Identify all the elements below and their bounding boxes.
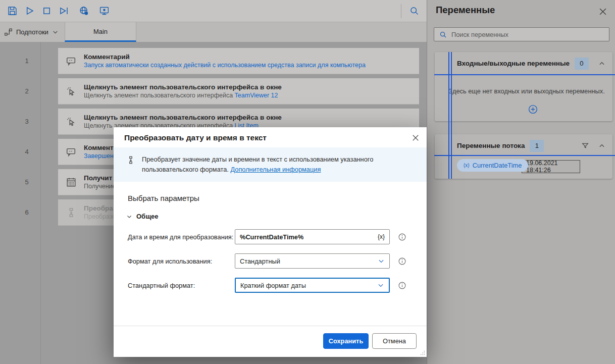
filter-icon[interactable] (581, 142, 589, 150)
format-value: Стандартный (240, 257, 280, 265)
search-button[interactable] (405, 3, 423, 20)
format-dropdown[interactable]: Стандартный (235, 253, 390, 269)
convert-datetime-dialog: Преобразовать дату и время в текст Преоб… (114, 127, 427, 357)
field-label: Дата и время для преобразования: (128, 233, 235, 241)
action-row-click-ui[interactable]: Щелкнуть элемент пользовательского интер… (58, 78, 419, 105)
row-number: 5 (18, 169, 35, 195)
row-number: 2 (18, 78, 35, 105)
resize-grip[interactable] (420, 350, 425, 355)
blue-guide-line (434, 155, 615, 156)
io-variables-empty-text: Здесь еще нет входных или выходных перем… (445, 87, 608, 95)
blue-guide-line (448, 52, 449, 179)
click-ui-element-icon (66, 116, 77, 127)
field-label: Формат для использования: (128, 257, 235, 265)
general-group-toggle[interactable]: Общее (126, 213, 159, 220)
action-row-comment[interactable]: Комментарий Запуск автоматически созданн… (58, 48, 419, 74)
action-subtitle-link[interactable]: Завершени (84, 152, 117, 160)
tab-main[interactable]: Main (65, 22, 136, 42)
io-variables-section: Входные/выходные переменные 0 Здесь еще … (435, 52, 612, 121)
toolbar (0, 0, 427, 22)
close-icon[interactable] (411, 133, 420, 142)
field-standard-format: Стандартный формат: Краткий формат даты (128, 278, 413, 293)
row-number: 3 (18, 109, 35, 135)
flow-variables-header[interactable]: Переменные потока 1 (435, 134, 612, 157)
gutter-divider (40, 42, 41, 364)
variables-panel: Переменные Входные/выходные переменные 0… (427, 0, 615, 364)
chevron-down-icon (377, 282, 384, 289)
variable-pill-currentdatetime[interactable]: (x) CurrentDateTime (457, 159, 528, 172)
blue-guide-line (434, 74, 615, 75)
search-icon (439, 31, 447, 38)
action-subtitle-link[interactable]: Запуск автоматически созданных действий … (84, 62, 366, 69)
action-title: Преобра (84, 204, 116, 212)
blue-guide-line (451, 52, 452, 179)
action-title: Коммент (84, 144, 117, 151)
action-title: Щелкнуть элемент пользовательского интер… (84, 114, 282, 121)
save-button[interactable] (4, 3, 21, 20)
stop-icon (41, 6, 52, 16)
app-window: Подпотоки Main 1 2 3 4 5 6 Комментарий З… (0, 0, 615, 364)
select-parameters-heading: Выбрать параметры (128, 194, 199, 202)
dialog-description: Преобразует значение даты и времени в те… (114, 147, 427, 182)
chevron-up-icon[interactable] (598, 60, 605, 67)
run-icon (24, 6, 35, 16)
web-recorder-button[interactable] (75, 3, 92, 20)
chevron-up-icon[interactable] (598, 142, 605, 149)
info-icon[interactable] (398, 257, 406, 266)
action-subtitle-link[interactable]: TeamViewer 12 (235, 92, 278, 99)
action-subtitle: Получение (84, 183, 116, 190)
web-recorder-icon (79, 6, 89, 16)
action-subtitle: Преобразо (84, 213, 116, 220)
variables-search-box[interactable] (434, 27, 609, 41)
datetime-value: %CurrentDateTime% (240, 233, 303, 241)
io-variables-count-badge: 0 (575, 58, 589, 70)
field-format-to-use: Формат для использования: Стандартный (128, 253, 413, 269)
desktop-recorder-icon (99, 6, 110, 16)
save-button[interactable]: Сохранить (323, 333, 369, 349)
flow-variables-count-badge: 1 (530, 140, 544, 152)
info-icon[interactable] (398, 233, 406, 241)
cancel-button[interactable]: Отмена (372, 333, 417, 349)
chevron-down-icon (126, 214, 132, 220)
desktop-recorder-button[interactable] (95, 3, 113, 20)
variable-picker-button[interactable]: {x} (378, 233, 385, 240)
toolbar-divider (401, 4, 401, 18)
tab-main-label: Main (93, 28, 108, 35)
variable-type-icon: (x) (464, 163, 470, 168)
general-group-label: Общее (136, 213, 159, 220)
comment-icon (66, 56, 77, 67)
convert-datetime-icon (66, 207, 77, 218)
flow-variables-title: Переменные потока (457, 142, 525, 149)
close-icon[interactable] (598, 7, 608, 17)
convert-datetime-icon (126, 155, 135, 165)
datetime-input[interactable]: %CurrentDateTime% {x} (235, 229, 390, 244)
tab-bar: Подпотоки Main (0, 22, 427, 42)
action-subtitle: Щелкнуть элемент пользовательского интер… (84, 92, 235, 99)
dialog-title: Преобразовать дату и время в текст (124, 133, 267, 142)
info-icon[interactable] (398, 281, 406, 290)
add-variable-icon[interactable] (528, 104, 538, 115)
stop-button[interactable] (38, 3, 55, 20)
variables-search-input[interactable] (451, 31, 604, 38)
run-button[interactable] (21, 3, 38, 20)
run-next-action-button[interactable] (55, 3, 72, 20)
subflows-label: Подпотоки (16, 28, 48, 36)
search-icon (409, 6, 420, 16)
field-datetime-to-convert: Дата и время для преобразования: %Curren… (128, 229, 413, 244)
more-info-link[interactable]: Дополнительная информация (230, 166, 321, 173)
variable-value[interactable]: 19.06.2021 18:41:26 (522, 160, 580, 173)
standard-format-value: Краткий формат даты (240, 282, 306, 289)
io-variables-header[interactable]: Входные/выходные переменные 0 (435, 52, 612, 75)
subflows-dropdown[interactable]: Подпотоки (4, 22, 59, 42)
field-label: Стандартный формат: (128, 282, 235, 289)
subflows-icon (4, 28, 13, 36)
row-number: 6 (18, 199, 35, 226)
standard-format-dropdown[interactable]: Краткий формат даты (235, 278, 390, 293)
row-number: 1 (18, 48, 35, 74)
action-title: Комментарий (84, 53, 366, 61)
comment-icon (66, 146, 77, 158)
action-title: Щелкнуть элемент пользовательского интер… (84, 83, 282, 91)
get-datetime-icon (66, 177, 77, 188)
click-ui-element-icon (66, 86, 77, 97)
run-next-icon (59, 6, 69, 16)
